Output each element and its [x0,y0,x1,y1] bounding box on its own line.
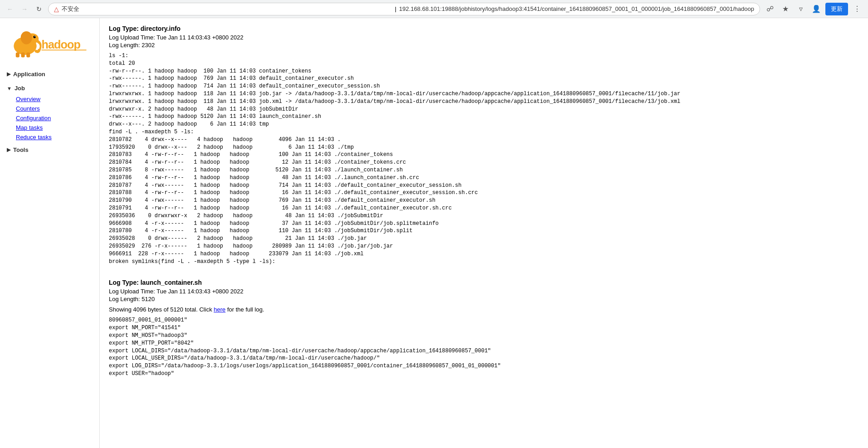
tools-label: Tools [13,146,29,153]
svg-point-3 [34,36,35,37]
sidebar: hadoop ▶ Application ▼ Job Overview Coun… [0,18,100,448]
log-upload-time-2: Log Upload Time: Tue Jan 11 14:03:43 +08… [109,288,859,295]
update-button[interactable]: 更新 [825,3,848,15]
job-header[interactable]: ▼ Job [0,82,99,94]
log-section-directory-info: Log Type: directory.info Log Upload Time… [109,25,859,265]
log-upload-time-1: Log Upload Time: Tue Jan 11 14:03:43 +08… [109,34,859,41]
tools-arrow-icon: ▶ [7,147,10,153]
sidebar-item-configuration[interactable]: Configuration [9,113,99,123]
sidebar-item-reducetasks[interactable]: Reduce tasks [9,132,99,142]
log-content-1: ls -1: total 20 -rw-r--r--. 1 hadoop had… [109,52,859,265]
reload-button[interactable]: ↻ [34,4,44,15]
sidebar-section-tools: ▶ Tools [0,144,99,156]
tools-header[interactable]: ▶ Tools [0,144,99,156]
sidebar-item-overview[interactable]: Overview [9,94,99,104]
back-button[interactable]: ← [5,4,15,15]
sidebar-section-job: ▼ Job Overview Counters Configuration Ma… [0,82,99,142]
hadoop-logo-svg: hadoop [7,27,88,59]
svg-rect-7 [26,53,30,58]
screenshot-button[interactable]: ☍ [764,3,776,15]
forward-button[interactable]: → [19,4,30,15]
log-showing-text: Showing 4096 bytes of 5120 total. Click … [109,306,859,313]
svg-text:hadoop: hadoop [42,38,81,51]
sidebar-item-counters[interactable]: Counters [9,104,99,113]
profile-button[interactable]: 👤 [810,3,823,15]
log-section-launch-container: Log Type: launch_container.sh Log Upload… [109,279,859,377]
log-header-2: Log Type: launch_container.sh Log Upload… [109,279,859,302]
logo-area: hadoop [0,23,99,68]
application-header[interactable]: ▶ Application [0,68,99,80]
job-arrow-icon: ▼ [7,86,12,91]
job-label: Job [15,85,25,92]
log-type-1: Log Type: directory.info [109,25,859,32]
log-content-2: 80960857_0001_01_000001" export NM_PORT=… [109,317,859,377]
page-container: hadoop ▶ Application ▼ Job Overview Coun… [0,18,868,448]
svg-rect-5 [16,53,20,58]
job-nav-items: Overview Counters Configuration Map task… [0,94,99,142]
log-length-2: Log Length: 5120 [109,296,859,302]
bookmark-button[interactable]: ★ [779,3,792,15]
log-length-1: Log Length: 2302 [109,42,859,49]
log-header-1: Log Type: directory.info Log Upload Time… [109,25,859,49]
full-log-link[interactable]: here [214,306,225,313]
main-content: Log Type: directory.info Log Upload Time… [100,18,868,448]
svg-point-4 [21,31,32,44]
extensions-button[interactable]: ▿ [795,3,807,15]
browser-action-buttons: ☍ ★ ▿ 👤 更新 ⋮ [764,3,863,15]
sidebar-item-maptasks[interactable]: Map tasks [9,123,99,132]
svg-rect-6 [21,53,25,58]
application-label: Application [13,71,45,78]
svg-point-2 [34,36,36,38]
url-value: 192.168.68.101:19888/jobhistory/logs/had… [399,5,754,12]
url-text: 不安全 [62,5,392,13]
showing-suffix: for the full log. [225,306,264,313]
menu-button[interactable]: ⋮ [851,3,863,15]
log-type-2: Log Type: launch_container.sh [109,279,859,286]
sidebar-section-application: ▶ Application [0,68,99,80]
address-bar[interactable]: △ 不安全 | 192.168.68.101:19888/jobhistory/… [48,3,760,15]
showing-prefix: Showing 4096 bytes of 5120 total. Click [109,306,214,313]
warning-icon: △ [54,5,59,13]
application-arrow-icon: ▶ [7,71,10,77]
browser-chrome: ← → ↻ △ 不安全 | 192.168.68.101:19888/jobhi… [0,0,868,18]
url-separator: | [395,5,396,12]
